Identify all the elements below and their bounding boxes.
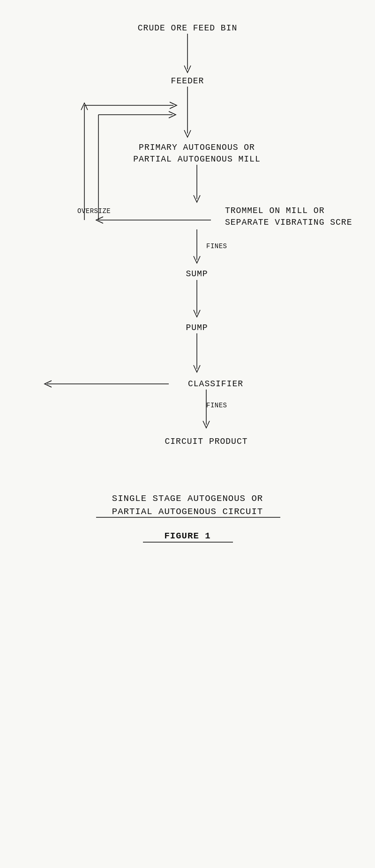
fines2-label: FINES	[206, 402, 227, 409]
figure-label: FIGURE 1	[164, 531, 210, 541]
page: CRUDE ORE FEED BIN FEEDER	[0, 0, 375, 868]
trommel-label-1: TROMMEL ON MILL OR	[225, 206, 324, 215]
mill-label-2: PARTIAL AUTOGENOUS MILL	[133, 154, 260, 164]
sump-label: SUMP	[186, 269, 208, 279]
subtitle-2: PARTIAL AUTOGENOUS CIRCUIT	[112, 507, 263, 517]
fines1-label: FINES	[206, 243, 227, 250]
trommel-label-2: SEPARATE VIBRATING SCREEN	[225, 218, 352, 227]
flow-diagram: CRUDE ORE FEED BIN FEEDER	[23, 14, 352, 833]
product-label: CIRCUIT PRODUCT	[165, 437, 248, 446]
oversize-label: OVERSIZE	[77, 207, 111, 215]
subtitle-1: SINGLE STAGE AUTOGENOUS OR	[112, 493, 263, 504]
crude-ore-label: CRUDE ORE FEED BIN	[138, 23, 237, 33]
diagram-container: CRUDE ORE FEED BIN FEEDER	[23, 14, 352, 810]
classifier-label: CLASSIFIER	[188, 379, 243, 389]
pump-label: PUMP	[186, 323, 208, 332]
feeder-label: FEEDER	[171, 76, 204, 86]
mill-label-1: PRIMARY AUTOGENOUS OR	[139, 143, 255, 152]
